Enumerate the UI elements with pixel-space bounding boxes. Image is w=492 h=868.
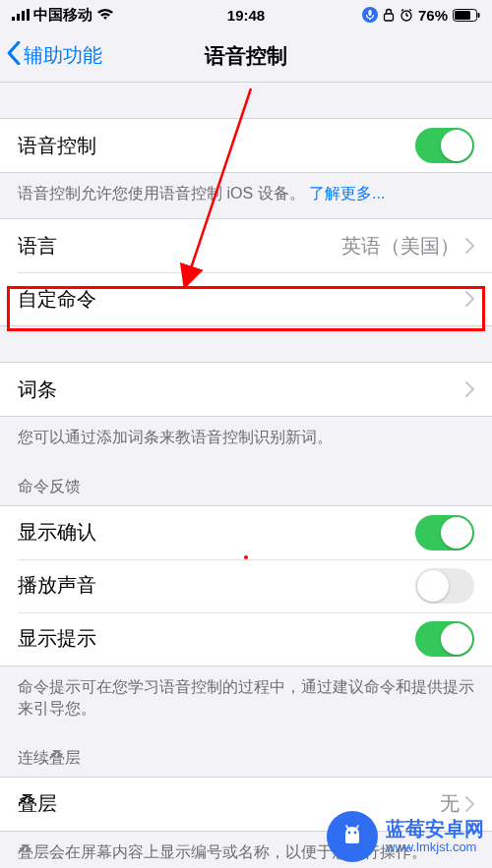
svg-rect-2 <box>22 11 25 21</box>
vocabulary-footer: 您可以通过添加词条来教语音控制识别新词。 <box>0 417 492 458</box>
feedback-footer: 命令提示可在您学习语音控制的过程中，通过建议命令和提供提示来引导您。 <box>0 666 492 730</box>
group-language-commands: 语言 英语（美国） 自定命令 <box>0 218 492 326</box>
group-vocabulary: 词条 <box>0 362 492 417</box>
row-language[interactable]: 语言 英语（美国） <box>0 219 492 272</box>
voice-control-icon <box>362 7 378 23</box>
annotation-dot <box>244 555 248 559</box>
row-play-sound[interactable]: 播放声音 <box>0 559 492 612</box>
row-custom-commands[interactable]: 自定命令 <box>0 272 492 325</box>
signal-icon <box>12 9 30 21</box>
row-vocabulary[interactable]: 词条 <box>0 363 492 416</box>
svg-rect-0 <box>12 17 15 21</box>
row-show-hint[interactable]: 显示提示 <box>0 612 492 665</box>
battery-icon <box>453 9 480 22</box>
group-feedback: 显示确认 播放声音 显示提示 <box>0 505 492 666</box>
carrier-label: 中国移动 <box>33 6 92 25</box>
vocabulary-label: 词条 <box>18 376 57 403</box>
show-confirm-toggle[interactable] <box>415 515 474 550</box>
svg-line-20 <box>356 826 358 829</box>
svg-rect-15 <box>478 13 480 18</box>
svg-line-19 <box>346 826 348 829</box>
voice-control-toggle[interactable] <box>415 128 474 163</box>
svg-point-17 <box>348 832 351 835</box>
row-show-confirm[interactable]: 显示确认 <box>0 506 492 559</box>
battery-pct: 76% <box>418 7 448 24</box>
svg-point-18 <box>354 832 357 835</box>
overlay-label: 叠层 <box>18 790 57 817</box>
group-voice-control: 语音控制 <box>0 118 492 173</box>
chevron-right-icon <box>465 381 474 397</box>
play-sound-label: 播放声音 <box>18 572 96 599</box>
wifi-icon <box>96 9 114 21</box>
language-value: 英语（美国） <box>341 233 460 260</box>
learn-more-link[interactable]: 了解更多... <box>309 185 385 202</box>
svg-rect-1 <box>17 14 20 21</box>
svg-line-12 <box>409 10 411 12</box>
watermark: 蓝莓安卓网 www.lmkjst.com <box>327 811 484 862</box>
play-sound-toggle[interactable] <box>415 568 474 604</box>
language-label: 语言 <box>18 233 57 260</box>
svg-rect-7 <box>384 14 393 21</box>
vc-footer-text: 语音控制允许您使用语音控制 iOS 设备。 <box>18 185 305 202</box>
feedback-header: 命令反馈 <box>0 459 492 505</box>
svg-rect-3 <box>27 9 30 21</box>
svg-rect-5 <box>368 10 371 16</box>
overlay-header: 连续叠层 <box>0 730 492 777</box>
watermark-logo-icon <box>327 811 378 862</box>
page-title: 语音控制 <box>0 42 492 70</box>
svg-line-11 <box>401 10 403 12</box>
show-hint-label: 显示提示 <box>18 625 96 652</box>
show-hint-toggle[interactable] <box>415 621 474 657</box>
nav-bar: 辅助功能 语音控制 <box>0 29 492 83</box>
lock-icon <box>383 8 395 22</box>
row-voice-control-toggle[interactable]: 语音控制 <box>0 119 492 172</box>
alarm-icon <box>400 8 413 22</box>
status-bar: 中国移动 19:48 76% <box>0 0 492 29</box>
chevron-right-icon <box>465 238 474 254</box>
custom-commands-label: 自定命令 <box>18 286 96 313</box>
chevron-right-icon <box>465 291 474 307</box>
show-confirm-label: 显示确认 <box>18 519 96 546</box>
watermark-title: 蓝莓安卓网 <box>386 818 484 840</box>
voice-control-footer: 语音控制允许您使用语音控制 iOS 设备。 了解更多... <box>0 173 492 214</box>
watermark-url: www.lmkjst.com <box>386 840 484 855</box>
voice-control-label: 语音控制 <box>18 133 96 159</box>
svg-rect-14 <box>455 11 470 20</box>
chevron-right-icon <box>465 796 474 812</box>
